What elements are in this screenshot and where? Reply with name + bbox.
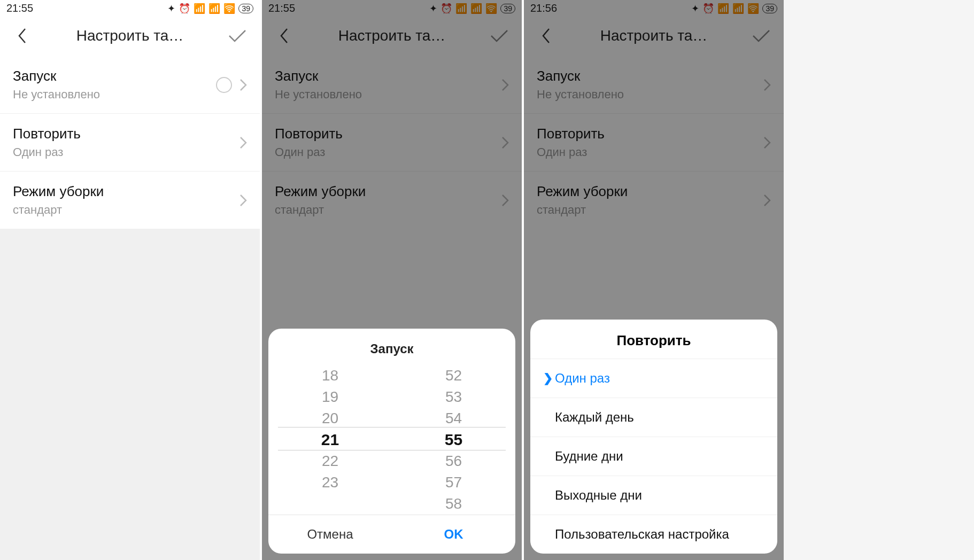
- screen-time-picker: 21:55 ✦ ⏰ 📶 📶 🛜 39 Настроить та… Запуск …: [262, 0, 522, 560]
- bluetooth-icon: ✦: [429, 3, 437, 14]
- minute-option[interactable]: 54: [445, 408, 462, 429]
- minute-option[interactable]: 53: [445, 386, 462, 408]
- wifi-icon: 🛜: [747, 3, 759, 14]
- bluetooth-icon: ✦: [691, 3, 699, 14]
- check-icon: [752, 29, 770, 42]
- signal-icon-2: 📶: [470, 3, 482, 14]
- status-bar: 21:55 ✦ ⏰ 📶 📶 🛜 39: [0, 0, 260, 15]
- signal-icon: 📶: [717, 3, 729, 14]
- row-repeat[interactable]: Повторить Один раз: [262, 114, 522, 172]
- row-launch[interactable]: Запуск Не установлено: [0, 56, 260, 114]
- minute-option[interactable]: 56: [445, 450, 462, 472]
- screen-settings: 21:55 ✦ ⏰ 📶 📶 🛜 39 Настроить та… Запуск …: [0, 0, 260, 560]
- minute-option[interactable]: 52: [445, 365, 462, 386]
- status-bar: 21:56 ✦ ⏰ 📶 📶 🛜 39: [524, 0, 784, 15]
- chevron-left-icon: [280, 28, 289, 44]
- alarm-icon: ⏰: [179, 3, 190, 14]
- hour-option[interactable]: 18: [322, 365, 338, 386]
- chevron-right-icon: [501, 136, 509, 149]
- repeat-option-custom[interactable]: Пользовательская настройка: [530, 515, 777, 554]
- page-header: Настроить та…: [524, 15, 784, 56]
- hour-option[interactable]: 19: [322, 386, 338, 408]
- status-time: 21:55: [6, 2, 33, 14]
- chevron-right-icon: [239, 136, 247, 149]
- status-bar: 21:55 ✦ ⏰ 📶 📶 🛜 39: [262, 0, 522, 15]
- row-mode[interactable]: Режим уборки стандарт: [524, 172, 784, 229]
- minute-option[interactable]: 57: [445, 472, 462, 493]
- cancel-button[interactable]: Отмена: [268, 515, 392, 554]
- status-time: 21:56: [530, 2, 557, 14]
- repeat-option-daily[interactable]: Каждый день: [530, 398, 777, 437]
- row-mode[interactable]: Режим уборки стандарт: [0, 172, 260, 229]
- row-launch[interactable]: Запуск Не установлено: [262, 56, 522, 114]
- confirm-button[interactable]: [752, 26, 771, 45]
- status-icons: ✦ ⏰ 📶 📶 🛜 39: [167, 3, 253, 14]
- status-icons: ✦ ⏰ 📶 📶 🛜 39: [429, 3, 515, 14]
- ok-button[interactable]: OK: [392, 515, 515, 554]
- hour-selected[interactable]: 21: [321, 429, 339, 450]
- confirm-button[interactable]: [228, 26, 247, 45]
- page-title: Настроить та…: [32, 27, 228, 44]
- dialog-buttons: Отмена OK: [268, 515, 515, 554]
- chevron-left-icon: [18, 28, 27, 44]
- check-icon: [228, 29, 246, 42]
- minute-selected[interactable]: 55: [445, 429, 462, 450]
- wifi-icon: 🛜: [485, 3, 497, 14]
- repeat-sheet: Повторить ❯ Один раз Каждый день Будние …: [530, 320, 777, 554]
- repeat-option-label: Выходные дни: [555, 488, 642, 503]
- status-time: 21:55: [268, 2, 295, 14]
- wifi-icon: 🛜: [223, 3, 235, 14]
- chevron-right-icon: [763, 136, 771, 149]
- repeat-option-label: Каждый день: [555, 410, 634, 425]
- signal-icon-2: 📶: [732, 3, 744, 14]
- signal-icon: 📶: [194, 3, 205, 14]
- settings-list: Запуск Не установлено Повторить Один раз…: [524, 56, 784, 229]
- mode-label: Режим уборки: [13, 183, 239, 200]
- settings-list: Запуск Не установлено Повторить Один раз…: [262, 56, 522, 229]
- chevron-right-icon: [501, 194, 509, 207]
- hour-wheel[interactable]: 18 19 20 21 22 23: [268, 365, 392, 515]
- alarm-icon: ⏰: [702, 3, 714, 14]
- back-button[interactable]: [275, 26, 294, 45]
- page-title: Настроить та…: [556, 27, 752, 44]
- back-button[interactable]: [13, 26, 32, 45]
- signal-icon: 📶: [455, 3, 467, 14]
- confirm-button[interactable]: [490, 26, 509, 45]
- battery-icon: 39: [238, 4, 253, 13]
- repeat-sub: Один раз: [13, 145, 239, 159]
- row-repeat[interactable]: Повторить Один раз: [0, 114, 260, 172]
- hour-option[interactable]: 20: [322, 408, 338, 429]
- settings-list: Запуск Не установлено Повторить Один раз…: [0, 56, 260, 229]
- repeat-label: Повторить: [13, 126, 239, 142]
- repeat-option-once[interactable]: ❯ Один раз: [530, 359, 777, 398]
- mode-sub: стандарт: [13, 203, 239, 217]
- row-mode[interactable]: Режим уборки стандарт: [262, 172, 522, 229]
- chevron-right-icon: [239, 79, 247, 91]
- launch-sub: Не установлено: [13, 88, 216, 102]
- battery-icon: 39: [500, 4, 515, 13]
- hour-option[interactable]: 22: [322, 450, 338, 472]
- chevron-left-icon: [542, 28, 551, 44]
- time-wheels: 18 19 20 21 22 23 52 53 54 55 56 57 58: [268, 365, 515, 515]
- back-button[interactable]: [537, 26, 556, 45]
- check-icon: [490, 29, 508, 42]
- page-header: Настроить та…: [0, 15, 260, 56]
- chevron-right-icon: [501, 79, 509, 91]
- time-picker-dialog: Запуск 18 19 20 21 22 23 52 53 54 55 56 …: [268, 329, 515, 554]
- launch-toggle[interactable]: [216, 77, 232, 93]
- battery-icon: 39: [762, 4, 777, 13]
- repeat-option-weekends[interactable]: Выходные дни: [530, 476, 777, 515]
- minute-wheel[interactable]: 52 53 54 55 56 57 58: [392, 365, 515, 515]
- hour-option[interactable]: 23: [322, 472, 338, 493]
- status-icons: ✦ ⏰ 📶 📶 🛜 39: [691, 3, 777, 14]
- repeat-option-weekdays[interactable]: Будние дни: [530, 437, 777, 476]
- alarm-icon: ⏰: [440, 3, 452, 14]
- repeat-option-label: Пользовательская настройка: [555, 527, 729, 542]
- row-launch[interactable]: Запуск Не установлено: [524, 56, 784, 114]
- chevron-right-icon: [763, 79, 771, 91]
- repeat-option-label: Один раз: [555, 371, 610, 386]
- selected-marker-icon: ❯: [543, 371, 551, 385]
- bluetooth-icon: ✦: [167, 3, 175, 14]
- row-repeat[interactable]: Повторить Один раз: [524, 114, 784, 172]
- minute-option[interactable]: 58: [445, 493, 462, 515]
